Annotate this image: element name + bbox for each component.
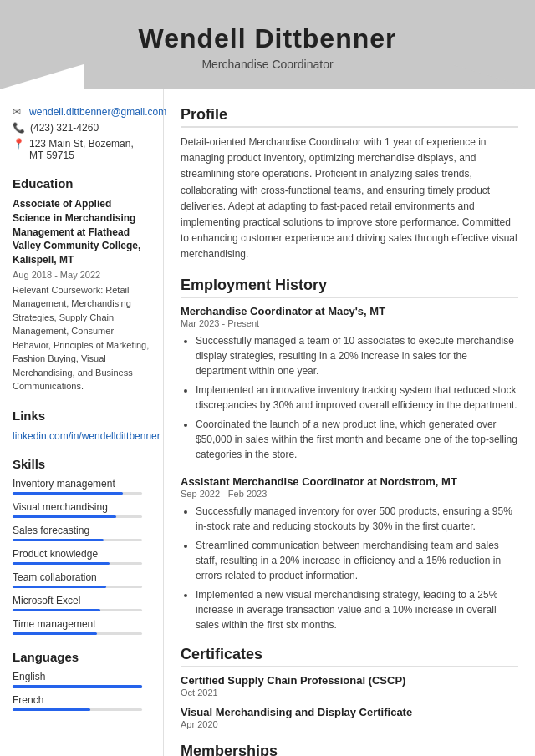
job-bullet: Successfully managed inventory for over … [196,504,518,534]
header: Wendell Dittbenner Merchandise Coordinat… [0,0,535,89]
job-entry: Merchandise Coordinator at Macy's, MT Ma… [181,305,518,462]
skills-title: Skills [13,457,150,471]
profile-text: Detail-oriented Merchandise Coordinator … [181,134,518,263]
skill-label: Product knowledge [13,548,150,560]
job-bullet: Successfully managed a team of 10 associ… [196,333,518,378]
skill-label: Visual merchandising [13,501,150,513]
linkedin-link[interactable]: linkedin.com/in/wendelldittbenner [13,430,160,442]
cert-date: Oct 2021 [181,688,518,698]
skill-label: Time management [13,618,150,630]
job-bullet: Implemented a new visual merchandising s… [196,587,518,632]
skill-item: Team collaboration [13,571,150,588]
job-title: Merchandise Coordinator at Macy's, MT [181,305,518,317]
skill-item: Time management [13,618,150,635]
address-value: 123 Main St, Bozeman, MT 59715 [29,138,150,161]
education-degree: Associate of Applied Science in Merchand… [13,197,150,267]
skill-bar-fill [13,492,123,495]
body-layout: ✉ wendell.dittbenner@gmail.com 📞 (423) 3… [0,89,535,756]
skill-item: Microsoft Excel [13,595,150,611]
skill-item: Product knowledge [13,548,150,565]
skill-bar-bg [13,609,142,611]
languages-list: English French [13,671,150,711]
sidebar: ✉ wendell.dittbenner@gmail.com 📞 (423) 3… [0,89,163,756]
languages-section: Languages English French [13,650,150,711]
phone-icon: 📞 [13,122,25,134]
candidate-title: Merchandise Coordinator [17,58,518,71]
job-bullet: Coordinated the launch of a new product … [196,417,518,462]
skill-bar-bg [13,515,142,518]
skill-bar-bg [13,562,142,565]
job-date: Mar 2023 - Present [181,318,518,328]
skill-item: Visual merchandising [13,501,150,518]
skill-bar-fill [13,539,104,541]
skill-item: Inventory management [13,478,150,495]
coursework-label: Relevant Coursework: [13,285,103,295]
job-bullets-list: Successfully managed inventory for over … [181,504,518,632]
language-label: French [13,694,150,706]
certs-list: Certified Supply Chain Professional (CSC… [181,674,518,729]
certificates-section: Certificates Certified Supply Chain Prof… [181,646,518,729]
job-bullets-list: Successfully managed a team of 10 associ… [181,333,518,462]
skill-label: Team collaboration [13,571,150,583]
cert-name: Certified Supply Chain Professional (CSC… [181,674,518,687]
job-date: Sep 2022 - Feb 2023 [181,489,518,499]
contact-section: ✉ wendell.dittbenner@gmail.com 📞 (423) 3… [13,106,150,161]
links-title: Links [13,408,150,423]
skill-label: Microsoft Excel [13,595,150,606]
job-bullet: Streamlined communication between mercha… [196,538,518,583]
cert-entry: Visual Merchandising and Display Certifi… [181,706,518,729]
skill-bar-fill [13,609,100,611]
skill-bar-fill [13,515,116,518]
links-section: Links linkedin.com/in/wendelldittbenner [13,408,150,442]
skill-item: Sales forecasting [13,525,150,541]
email-link[interactable]: wendell.dittbenner@gmail.com [29,106,166,118]
employment-section-title: Employment History [181,277,518,298]
jobs-list: Merchandise Coordinator at Macy's, MT Ma… [181,305,518,632]
address-item: 📍 123 Main St, Bozeman, MT 59715 [13,138,150,161]
job-bullet: Implemented an innovative inventory trac… [196,383,518,413]
certificates-section-title: Certificates [181,646,518,667]
education-section: Education Associate of Applied Science i… [13,176,150,393]
employment-section: Employment History Merchandise Coordinat… [181,277,518,632]
skill-bar-fill [13,632,97,635]
language-label: English [13,671,150,682]
education-coursework: Relevant Coursework: Retail Management, … [13,283,150,393]
location-icon: 📍 [13,138,24,150]
coursework-text: Retail Management, Merchandising Strateg… [13,285,149,392]
cert-name: Visual Merchandising and Display Certifi… [181,706,518,718]
skill-label: Sales forecasting [13,525,150,536]
main-content: Profile Detail-oriented Merchandise Coor… [163,89,535,756]
skill-bar-fill [13,586,106,588]
email-icon: ✉ [13,106,24,118]
skills-section: Skills Inventory management Visual merch… [13,457,150,635]
skill-bar-bg [13,632,142,635]
languages-title: Languages [13,650,150,664]
job-title: Assistant Merchandise Coordinator at Nor… [181,475,518,488]
cert-date: Apr 2020 [181,719,518,729]
candidate-name: Wendell Dittbenner [17,23,518,54]
language-bar-bg [13,685,142,688]
memberships-section-title: Memberships [181,743,518,757]
skill-bar-bg [13,492,142,495]
skill-bar-fill [13,562,110,565]
skill-label: Inventory management [13,478,150,490]
profile-section: Profile Detail-oriented Merchandise Coor… [181,106,518,263]
profile-section-title: Profile [181,106,518,128]
phone-value: (423) 321-4260 [30,122,99,134]
job-entry: Assistant Merchandise Coordinator at Nor… [181,475,518,632]
email-item: ✉ wendell.dittbenner@gmail.com [13,106,150,118]
memberships-section: Memberships National Retail Federation (… [181,743,518,757]
language-bar-bg [13,708,142,711]
language-item: French [13,694,150,711]
skill-bar-bg [13,586,142,588]
education-date: Aug 2018 - May 2022 [13,270,150,280]
language-bar-fill [13,708,90,711]
phone-item: 📞 (423) 321-4260 [13,122,150,134]
skills-list: Inventory management Visual merchandisin… [13,478,150,635]
skill-bar-bg [13,539,142,541]
language-item: English [13,671,150,688]
language-bar-fill [13,685,142,688]
cert-entry: Certified Supply Chain Professional (CSC… [181,674,518,698]
education-title: Education [13,176,150,190]
